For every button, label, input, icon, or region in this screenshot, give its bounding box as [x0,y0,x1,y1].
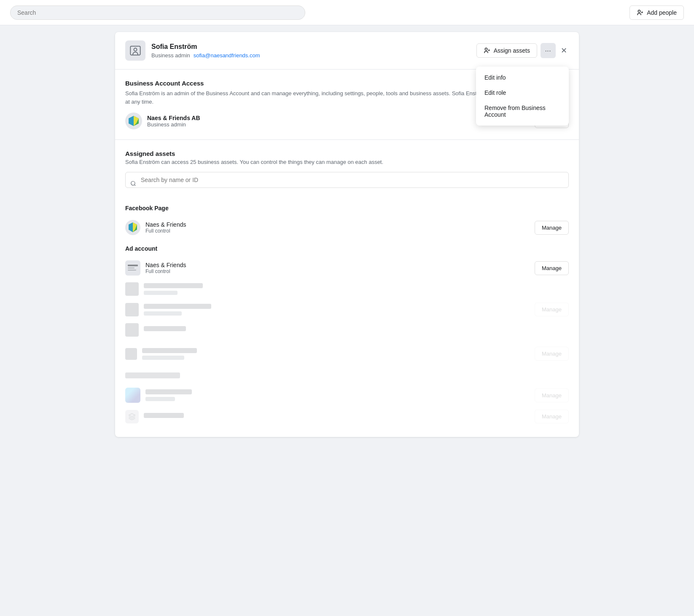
blurred-row-1 [125,279,569,299]
category-facebook-page: Facebook Page [125,205,569,212]
user-info: Sofia Enström Business admin sofia@naesa… [151,43,476,59]
naes-friends-ad-control: Full control [145,268,535,274]
blurred-manage-button-4[interactable]: Manage [535,410,569,423]
person-add-icon [637,9,643,16]
account-logo [125,112,142,129]
category-ad-account: Ad account [125,245,569,252]
naes-friends-page-icon [125,220,140,235]
assign-assets-label: Assign assets [494,47,530,54]
assets-search-wrapper [125,172,569,196]
svg-rect-19 [128,265,138,266]
svg-rect-21 [128,270,136,271]
svg-rect-3 [130,46,140,55]
user-avatar [125,40,145,61]
dropdown-menu: Edit info Edit role Remove from Business… [476,67,569,126]
user-role: Business admin [151,52,190,59]
user-email[interactable]: sofia@naesandfriends.com [194,52,260,59]
more-options-button[interactable]: ··· [541,43,556,58]
svg-point-4 [134,48,137,51]
dropdown-item-remove[interactable]: Remove from Business Account [476,100,569,122]
naes-friends-ad-name: Naes & Friends [145,262,535,268]
svg-line-13 [134,185,136,186]
assigned-assets-description: Sofia Enström can access 25 business ass… [125,159,569,165]
blurred-row-2: Manage [125,299,569,320]
naes-friends-ad-manage-button[interactable]: Manage [535,261,569,275]
naes-friends-page-manage-button[interactable]: Manage [535,221,569,235]
asset-row-naes-friends-page: Naes & Friends Full control Manage [125,217,569,238]
header-actions: Assign assets ··· ✕ Edit info Edit role … [476,43,569,58]
blurred-manage-button-1[interactable]: Manage [535,303,569,316]
svg-rect-20 [128,268,134,268]
close-button[interactable]: ✕ [559,44,569,57]
user-meta: Business admin sofia@naesandfriends.com [151,52,476,59]
blurred-manage-button-2[interactable]: Manage [535,347,569,361]
dropdown-item-edit-info[interactable]: Edit info [476,70,569,85]
add-people-button[interactable]: Add people [629,5,684,20]
dropdown-item-edit-role[interactable]: Edit role [476,85,569,100]
asset-row-naes-friends-ad: Naes & Friends Full control Manage [125,257,569,279]
main-panel: Sofia Enström Business admin sofia@naesa… [115,32,579,437]
user-header: Sofia Enström Business admin sofia@naesa… [115,32,579,70]
more-icon: ··· [545,47,551,54]
blurred-row-4: Manage [125,343,569,364]
add-people-label: Add people [647,9,677,16]
top-bar: Add people [0,0,694,25]
blurred-row-6: Manage [125,406,569,427]
user-name: Sofia Enström [151,43,476,51]
close-icon: ✕ [561,46,567,55]
blurred-row-5: Manage [125,384,569,406]
naes-friends-page-name: Naes & Friends [145,221,535,228]
blurred-row-3 [125,320,569,340]
svg-point-5 [485,48,487,50]
top-search-input[interactable] [10,5,305,20]
naes-friends-page-control: Full control [145,228,535,234]
naes-friends-page-info: Naes & Friends Full control [145,221,535,234]
naes-friends-ad-info: Naes & Friends Full control [145,262,535,274]
ad-account-icon [125,260,140,276]
blurred-manage-button-3[interactable]: Manage [535,388,569,402]
svg-point-12 [131,181,135,185]
assign-assets-button[interactable]: Assign assets [476,43,537,58]
svg-point-0 [638,10,640,12]
assign-assets-icon [484,47,490,54]
search-icon [130,181,136,188]
assigned-assets-section: Assigned assets Sofia Enström can access… [115,140,579,437]
blurred-section-header [125,369,569,384]
assigned-assets-title: Assigned assets [125,150,569,157]
assets-search-input[interactable] [125,172,569,188]
